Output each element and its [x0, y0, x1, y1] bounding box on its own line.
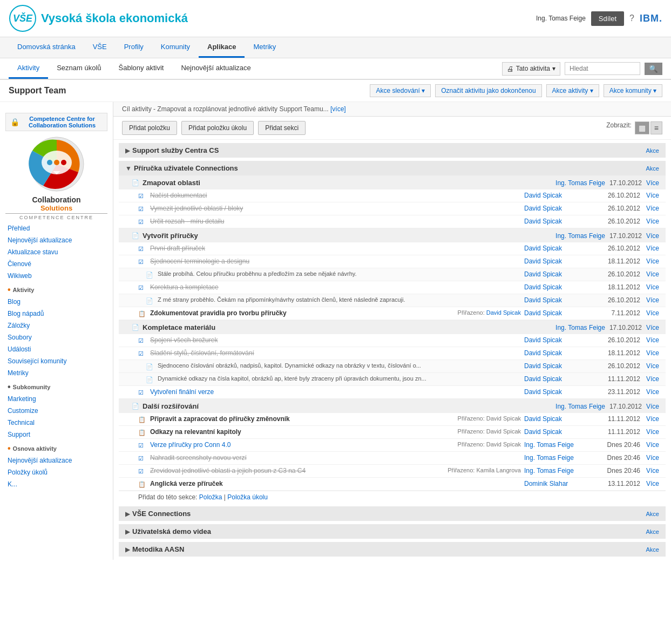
- subnav-aktualizace[interactable]: Nejnovější aktualizace: [172, 58, 259, 79]
- row-more-note4[interactable]: Více: [640, 375, 659, 383]
- action-dokoncit[interactable]: Označit aktivitu jako dokončenou: [435, 84, 541, 97]
- sidebar-item-marketing[interactable]: Marketing: [0, 393, 113, 405]
- action-aktivity[interactable]: Akce aktivity ▾: [546, 84, 599, 97]
- row-title[interactable]: Sjednocení terminologie a designu: [150, 257, 524, 265]
- more-zmapovat[interactable]: Více: [646, 179, 659, 187]
- subsection-title-dalsi[interactable]: Další rozšiřování: [143, 402, 199, 410]
- section-acce-demo[interactable]: Akce: [646, 528, 659, 535]
- sidebar-item-aktualizace[interactable]: Aktualizace stavu: [0, 246, 113, 258]
- row-more-anglicka[interactable]: Více: [640, 480, 659, 487]
- sidebar-item-blognap[interactable]: Blog nápadů: [0, 308, 113, 320]
- subnav-ukoly[interactable]: Seznam úkolů: [48, 58, 110, 79]
- sidebar-item-nejnovejsi[interactable]: Nejnovější aktualizace: [0, 234, 113, 246]
- sidebar-item-prehled[interactable]: Přehled: [0, 222, 113, 234]
- row-title[interactable]: Načíst dokumentaci: [150, 192, 524, 199]
- row-title[interactable]: Vymezit jednotlivé oblasti / bloky: [150, 205, 524, 212]
- row-more-odkazy[interactable]: Více: [640, 428, 659, 436]
- row-title-nahradit[interactable]: Nahradit screenshoty novou verzí: [150, 454, 524, 462]
- row-more-zdok[interactable]: Více: [640, 309, 659, 317]
- action-sledovani[interactable]: Akce sledování ▾: [370, 84, 431, 97]
- more-vytvorit[interactable]: Více: [646, 232, 659, 240]
- row-more[interactable]: Více: [640, 192, 659, 199]
- row-title-pripravit[interactable]: Připravit a zapracovat do příručky změno…: [150, 415, 458, 423]
- grid-view-button[interactable]: ▦: [635, 121, 649, 134]
- row-more[interactable]: Více: [640, 283, 659, 291]
- row-title[interactable]: Sladění stylů, číslování, formátování: [150, 349, 524, 357]
- row-more-zrevidovat[interactable]: Více: [640, 467, 659, 474]
- row-more-pripravit[interactable]: Více: [640, 415, 659, 423]
- row-title-zrevidovat[interactable]: Zrevidovat jednotlivé oblasti a jejich p…: [150, 467, 448, 474]
- section-header-prirucka[interactable]: ▼ Příručka uživatele Connections Akce: [119, 161, 666, 175]
- sidebar-item-metriky[interactable]: Metriky: [0, 367, 113, 379]
- row-more[interactable]: Více: [640, 245, 659, 252]
- row-title[interactable]: Vytvoření finální verze: [150, 388, 524, 396]
- subsection-title-kompletace[interactable]: Kompletace materiálu: [143, 323, 215, 331]
- help-icon[interactable]: ?: [629, 13, 634, 23]
- sidebar-item-customize[interactable]: Customize: [0, 405, 113, 417]
- section-acce-vse[interactable]: Akce: [646, 511, 659, 517]
- subnav-aktivity[interactable]: Aktivity: [9, 58, 48, 79]
- section-header-vse[interactable]: ▶ VŠE Connections Akce: [119, 506, 666, 521]
- sidebar-item-zalozky[interactable]: Záložky: [0, 320, 113, 331]
- more-dalsi[interactable]: Více: [646, 403, 659, 410]
- section-acce-metodika[interactable]: Akce: [646, 546, 659, 553]
- nav-item-metriky[interactable]: Metriky: [245, 37, 284, 58]
- section-acce-support[interactable]: Akce: [646, 147, 659, 154]
- row-title[interactable]: První draft příruček: [150, 245, 524, 252]
- sidebar-item-osnova-aktualizace[interactable]: Nejnovější aktualizace: [0, 455, 113, 466]
- search-input[interactable]: [565, 62, 640, 75]
- row-title-anglicka[interactable]: Anglická verze příruček: [150, 480, 524, 487]
- sidebar-item-k[interactable]: K...: [0, 478, 113, 490]
- list-view-button[interactable]: ≡: [650, 121, 662, 134]
- sidebar-item-clenove[interactable]: Členové: [0, 258, 113, 270]
- nav-item-komunity[interactable]: Komunity: [152, 37, 199, 58]
- sidebar-item-polozky-ukolu[interactable]: Položky úkolů: [0, 466, 113, 478]
- row-more-note[interactable]: Více: [640, 270, 659, 278]
- add-polozka-ukolu-link[interactable]: Položka úkolu: [227, 493, 268, 501]
- section-header-metodika[interactable]: ▶ Metodika AASN Akce: [119, 542, 666, 557]
- section-header-support[interactable]: ▶ Support služby Centra CS Akce: [119, 143, 666, 158]
- sidebar-item-wikiweb[interactable]: Wikiweb: [0, 270, 113, 282]
- nav-item-profily[interactable]: Profily: [116, 37, 152, 58]
- row-title-zdokumentovat[interactable]: Zdokumentovat pravidla pro tvorbu příruč…: [150, 309, 458, 317]
- row-more-note3[interactable]: Více: [640, 362, 659, 370]
- sidebar-item-blog[interactable]: Blog: [0, 296, 113, 308]
- row-title[interactable]: Spojení všech brožurek: [150, 336, 524, 344]
- subnav-sablony[interactable]: Šablony aktivit: [110, 58, 173, 79]
- row-title[interactable]: Určit rozsah - míru detailu: [150, 218, 524, 225]
- row-title[interactable]: Korektura a kompletace: [150, 283, 524, 291]
- add-section-button[interactable]: Přidat sekci: [258, 121, 306, 135]
- row-more-note2[interactable]: Více: [640, 296, 659, 304]
- row-more[interactable]: Více: [640, 388, 659, 396]
- activity-select[interactable]: 🖨 Tato aktivita ▾: [502, 62, 560, 76]
- subsection-title-zmapovat[interactable]: Zmapovat oblasti: [143, 179, 200, 187]
- row-more[interactable]: Více: [640, 218, 659, 225]
- nav-item-domovska[interactable]: Domovská stránka: [9, 37, 84, 58]
- goal-more-link[interactable]: [více]: [330, 105, 346, 113]
- sidebar-item-technical[interactable]: Technical: [0, 417, 113, 429]
- search-button[interactable]: 🔍: [645, 63, 662, 75]
- add-task-item-button[interactable]: Přidat položku úkolu: [181, 121, 254, 135]
- section-header-demo[interactable]: ▶ Uživatelská demo videa Akce: [119, 524, 666, 539]
- share-button[interactable]: Sdílet: [591, 11, 624, 26]
- row-more[interactable]: Více: [640, 257, 659, 265]
- subsection-title-vytvorit[interactable]: Vytvořit příručky: [143, 232, 198, 240]
- section-acce-prirucka[interactable]: Akce: [646, 165, 659, 172]
- more-kompletace[interactable]: Více: [646, 324, 659, 331]
- row-more-verze[interactable]: Více: [640, 441, 659, 449]
- sidebar-item-udalosti[interactable]: Události: [0, 343, 113, 355]
- row-title-verze[interactable]: Verze příručky pro Conn 4.0: [150, 441, 458, 449]
- add-item-button[interactable]: Přidat položku: [122, 121, 177, 135]
- assigned-link[interactable]: David Spicak: [486, 309, 521, 316]
- row-title-odkazy[interactable]: Odkazy na relevantní kapitoly: [150, 428, 458, 436]
- sidebar-item-soubory[interactable]: Soubory: [0, 331, 113, 343]
- action-komunity[interactable]: Akce komunity ▾: [604, 84, 662, 97]
- row-more[interactable]: Více: [640, 205, 659, 212]
- nav-item-aplikace[interactable]: Aplikace: [199, 37, 245, 58]
- row-more-nahradit[interactable]: Více: [640, 454, 659, 462]
- sidebar-item-support[interactable]: Support: [0, 429, 113, 440]
- sidebar-item-komunity[interactable]: Související komunity: [0, 355, 113, 367]
- add-polozka-link[interactable]: Položka: [199, 493, 222, 501]
- row-more[interactable]: Více: [640, 336, 659, 344]
- nav-item-vse[interactable]: VŠE: [84, 37, 116, 58]
